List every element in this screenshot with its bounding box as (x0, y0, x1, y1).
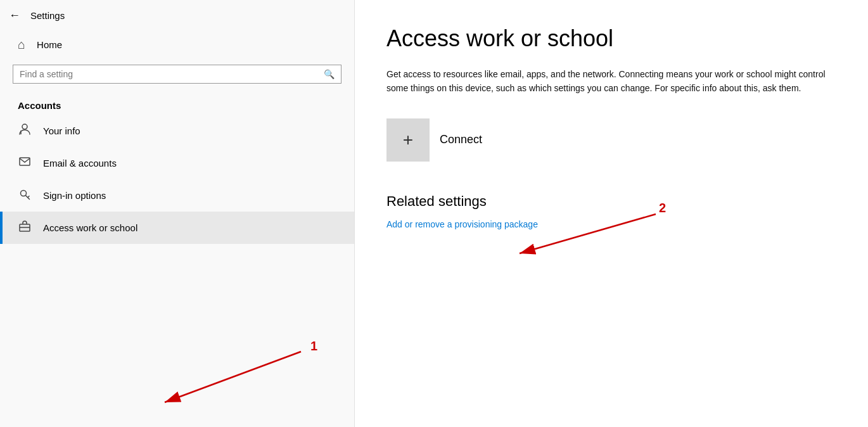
connect-area: + Connect (386, 118, 836, 162)
sidebar-item-access-work[interactable]: Access work or school (0, 212, 354, 244)
search-box[interactable]: 🔍 (13, 65, 341, 84)
sidebar-item-your-info[interactable]: Your info (0, 115, 354, 147)
sidebar-header: ← Settings (0, 0, 354, 29)
nav-label-your-info: Your info (43, 125, 80, 136)
provisioning-link[interactable]: Add or remove a provisioning package (386, 219, 538, 229)
search-icon: 🔍 (324, 69, 335, 79)
nav-label-sign-in: Sign-in options (43, 190, 106, 201)
key-icon (18, 188, 32, 203)
home-icon: ⌂ (18, 37, 25, 52)
app-title: Settings (30, 10, 65, 21)
nav-label-email-accounts: Email & accounts (43, 158, 117, 169)
email-icon (18, 155, 32, 171)
connect-label: Connect (440, 133, 482, 146)
home-label: Home (37, 39, 62, 50)
description: Get access to resources like email, apps… (386, 67, 830, 96)
sidebar-item-email-accounts[interactable]: Email & accounts (0, 147, 354, 179)
briefcase-icon (18, 220, 32, 236)
section-label: Accounts (0, 94, 354, 115)
search-input[interactable] (20, 69, 319, 79)
connect-button[interactable]: + (386, 118, 430, 162)
back-button[interactable]: ← (9, 9, 20, 22)
sidebar-item-home[interactable]: ⌂ Home (0, 29, 354, 61)
person-icon (18, 123, 32, 139)
sidebar: ← Settings ⌂ Home 🔍 Accounts Your info (0, 0, 355, 427)
page-title: Access work or school (386, 25, 836, 52)
svg-point-0 (22, 124, 27, 129)
main-content: Access work or school Get access to reso… (355, 0, 868, 427)
nav-label-access-work: Access work or school (43, 222, 137, 233)
related-settings-title: Related settings (386, 193, 836, 210)
sidebar-item-sign-in[interactable]: Sign-in options (0, 179, 354, 212)
svg-rect-2 (20, 158, 30, 165)
